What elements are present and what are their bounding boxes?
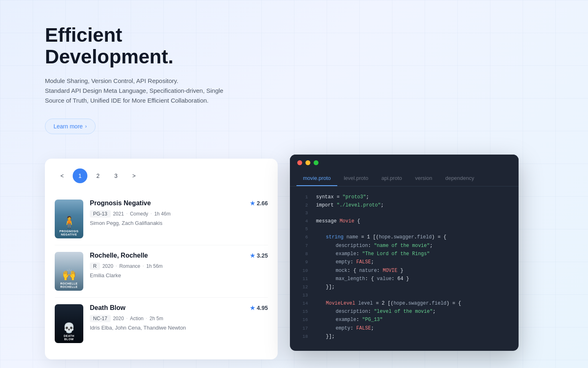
poster-label: DEATHBLOW bbox=[64, 334, 74, 341]
line-number: 2 bbox=[296, 202, 308, 209]
movie-meta: PG-13 2021 · Comedy · 1h 46m bbox=[90, 210, 268, 218]
duration: 1h 56m bbox=[146, 263, 163, 269]
poster-label: ROCHELLEROCHELLE bbox=[60, 282, 78, 289]
code-text: example: "The Lord of the Rings" bbox=[316, 250, 430, 258]
window-controls bbox=[290, 155, 519, 171]
line-number: 14 bbox=[296, 300, 308, 307]
code-line: 3 bbox=[290, 209, 519, 217]
dot-separator: · bbox=[146, 316, 147, 321]
line-number: 6 bbox=[296, 233, 308, 241]
page-3-button[interactable]: 3 bbox=[109, 168, 123, 183]
star-icon: ★ bbox=[250, 200, 255, 206]
code-editor-panel: movie.proto level.proto api.proto versio… bbox=[290, 155, 519, 351]
code-line: 10 mock: { nature: MOVIE } bbox=[290, 267, 519, 275]
code-line: 8 example: "The Lord of the Rings" bbox=[290, 250, 519, 258]
code-text: syntax = "proto3"; bbox=[316, 193, 369, 201]
code-text: message Movie { bbox=[316, 217, 360, 225]
star-icon: ★ bbox=[250, 305, 255, 311]
code-text: empty: FALSE; bbox=[316, 324, 374, 332]
year: 2020 bbox=[113, 316, 124, 321]
code-line: 13 bbox=[290, 292, 519, 299]
page-1-button[interactable]: 1 bbox=[73, 168, 87, 183]
line-number: 3 bbox=[296, 209, 308, 217]
movie-rating: ★ 3.25 bbox=[250, 252, 268, 259]
line-number: 1 bbox=[296, 193, 308, 201]
hero-subtitle: Module Sharing, Version Control, API Rep… bbox=[45, 76, 241, 105]
movie-item: 🙌 ROCHELLEROCHELLE Rochelle, Rochelle ★ … bbox=[55, 245, 268, 298]
movie-rating: ★ 4.95 bbox=[250, 305, 268, 311]
line-number: 8 bbox=[296, 250, 308, 258]
movie-cast: Idris Elba, John Cena, Thandiwe Newton bbox=[90, 325, 268, 331]
movie-info-rochelle: Rochelle, Rochelle ★ 3.25 R 2020 · Roman… bbox=[90, 252, 268, 278]
poster-figure: 🧍 bbox=[62, 215, 76, 229]
movie-meta: NC-17 2020 · Action · 2h 5m bbox=[90, 315, 268, 322]
star-icon: ★ bbox=[250, 252, 255, 259]
movie-item: 💀 DEATHBLOW Death Blow ★ 4.95 NC-17 bbox=[55, 298, 268, 350]
rating-value: 4.95 bbox=[257, 305, 268, 311]
code-line: 1 syntax = "proto3"; bbox=[290, 193, 519, 201]
code-text: description: "level of the movie"; bbox=[316, 307, 436, 316]
page-2-button[interactable]: 2 bbox=[91, 168, 105, 183]
tab-dependency[interactable]: dependency bbox=[439, 171, 481, 186]
rating-badge: R bbox=[90, 263, 100, 270]
code-line: 14 MovieLevel level = 2 [(hope.swagger.f… bbox=[290, 299, 519, 307]
code-line: 6 string name = 1 [(hope.swagger.field) … bbox=[290, 233, 519, 241]
code-line: 16 example: "PG_13" bbox=[290, 316, 519, 324]
dot-separator: · bbox=[151, 211, 152, 216]
year: 2020 bbox=[102, 263, 114, 269]
line-number: 18 bbox=[296, 333, 308, 341]
line-number: 4 bbox=[296, 218, 308, 225]
code-text: description: "name of the movie"; bbox=[316, 242, 433, 250]
line-number: 5 bbox=[296, 225, 308, 233]
poster-figure: 🙌 bbox=[62, 268, 76, 281]
code-line: 9 empty: FALSE; bbox=[290, 258, 519, 266]
code-line: 15 description: "level of the movie"; bbox=[290, 307, 519, 316]
movie-title: Rochelle, Rochelle bbox=[90, 252, 148, 259]
code-text: string name = 1 [(hope.swagger.field) = … bbox=[316, 233, 446, 241]
movie-cast: Simon Pegg, Zach Galifianakis bbox=[90, 220, 268, 226]
movie-poster-prognosis: 🧍 PROGNOSISNEGATIVE bbox=[55, 200, 83, 238]
maximize-window-dot bbox=[314, 160, 318, 165]
close-window-dot bbox=[297, 160, 302, 165]
movie-poster-death-blow: 💀 DEATHBLOW bbox=[55, 304, 83, 343]
tab-api-proto[interactable]: api.proto bbox=[375, 171, 409, 186]
movie-rating: ★ 2.66 bbox=[250, 200, 268, 206]
code-text: empty: FALSE; bbox=[316, 258, 374, 266]
learn-more-button[interactable]: Learn more › bbox=[45, 119, 96, 134]
dot-separator: · bbox=[126, 316, 127, 321]
code-line: 4 message Movie { bbox=[290, 217, 519, 225]
code-text: MovieLevel level = 2 [(hope.swagger.fiel… bbox=[316, 299, 461, 307]
rating-value: 2.66 bbox=[257, 200, 268, 206]
movie-info-death-blow: Death Blow ★ 4.95 NC-17 2020 · Action · … bbox=[90, 304, 268, 331]
code-line: 7 description: "name of the movie"; bbox=[290, 242, 519, 250]
hero-title: Efficient Development. bbox=[45, 25, 249, 68]
next-page-button[interactable]: > bbox=[127, 168, 141, 183]
movie-item: 🧍 PROGNOSISNEGATIVE Prognosis Negative ★… bbox=[55, 193, 268, 245]
movie-info-prognosis: Prognosis Negative ★ 2.66 PG-13 2021 · C… bbox=[90, 200, 268, 226]
code-tabs: movie.proto level.proto api.proto versio… bbox=[290, 171, 519, 186]
line-number: 13 bbox=[296, 292, 308, 299]
code-text: example: "PG_13" bbox=[316, 316, 383, 324]
poster-figure: 💀 bbox=[63, 322, 75, 334]
code-text: import "./level.proto"; bbox=[316, 201, 384, 209]
rating-badge: PG-13 bbox=[90, 210, 111, 218]
subtitle-line1: Module Sharing, Version Control, API Rep… bbox=[45, 77, 178, 84]
code-line: 17 empty: FALSE; bbox=[290, 324, 519, 332]
genre: Romance bbox=[119, 263, 140, 269]
tab-level-proto[interactable]: level.proto bbox=[337, 171, 375, 186]
line-number: 11 bbox=[296, 275, 308, 283]
code-line: 2 import "./level.proto"; bbox=[290, 201, 519, 209]
tab-movie-proto[interactable]: movie.proto bbox=[296, 171, 337, 186]
dot-separator: · bbox=[143, 264, 144, 268]
movie-title-row: Death Blow ★ 4.95 bbox=[90, 304, 268, 312]
line-number: 7 bbox=[296, 242, 308, 250]
pagination: < 1 2 3 > bbox=[55, 168, 268, 183]
prev-page-button[interactable]: < bbox=[55, 168, 69, 183]
line-number: 16 bbox=[296, 316, 308, 324]
movie-title: Death Blow bbox=[90, 304, 125, 312]
movie-title-row: Prognosis Negative ★ 2.66 bbox=[90, 200, 268, 207]
line-number: 12 bbox=[296, 283, 308, 291]
movie-list-panel: < 1 2 3 > 🧍 PROGNOSISNEGATIVE Prognosis … bbox=[45, 159, 278, 359]
line-number: 10 bbox=[296, 267, 308, 275]
tab-version[interactable]: version bbox=[409, 171, 439, 186]
